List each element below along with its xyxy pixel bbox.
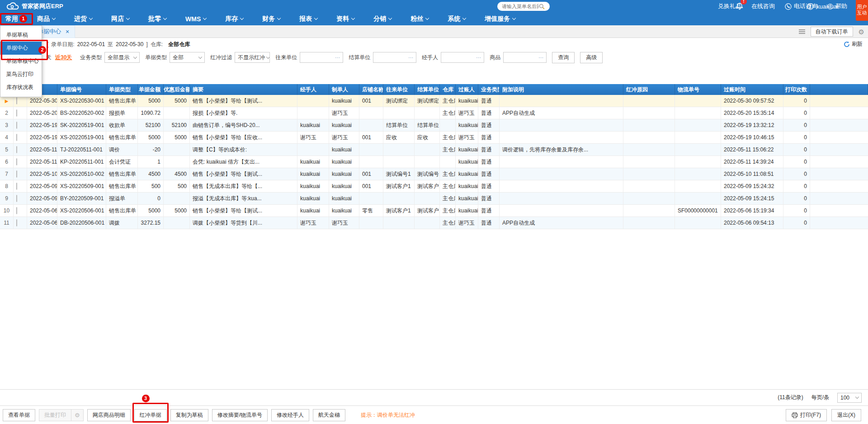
menu-item-3[interactable]: 进货	[70, 13, 97, 25]
table-cell	[623, 119, 675, 131]
toolbar-button-8[interactable]: 航天金穗	[313, 409, 345, 421]
filter-lookup-input-1[interactable]: ⋯	[300, 52, 343, 63]
menu-item-14[interactable]: 增值服务	[480, 13, 520, 25]
table-row[interactable]: 52022-05-11TJ-20220511-001调价-20调整【C】等的成本…	[0, 144, 868, 156]
user-area[interactable]: kuaikuai	[807, 0, 838, 13]
table-row[interactable]: 32022-05-19SK-20220519-001收款单5210052100由…	[0, 119, 868, 132]
ellipsis-picker-icon[interactable]: ⋯	[538, 55, 544, 60]
menu-item-9[interactable]: 报表	[295, 13, 322, 25]
row-checkbox[interactable]	[16, 97, 17, 104]
dropdown-item-4[interactable]: 菜鸟云打印	[0, 68, 42, 81]
toolbar-button-4[interactable]: 红冲单据3	[134, 409, 167, 421]
toolbar-button-3[interactable]: 网店商品明细	[87, 409, 131, 421]
exit-button[interactable]: 退出(X)	[831, 409, 861, 421]
filter-select-3[interactable]: 不显示红冲	[235, 52, 270, 63]
date-from-value[interactable]: 2022-05-01	[77, 41, 105, 47]
toolbar-button-2[interactable]: 批量打印	[39, 409, 71, 421]
ellipsis-picker-icon[interactable]: ⋯	[408, 55, 414, 60]
row-checkbox[interactable]	[16, 207, 17, 214]
topbar-link-2[interactable]: 在线咨询	[751, 2, 775, 10]
ellipsis-picker-icon[interactable]: ⋯	[335, 55, 340, 60]
table-row[interactable]: 92022-05-09BY-20220509-001报溢单0报溢【无成本出库】等…	[0, 193, 868, 205]
menu-item-6[interactable]: WMS	[181, 13, 211, 25]
dropdown-item-3[interactable]: 单据审核中心	[0, 55, 42, 68]
filler-cell	[810, 180, 868, 192]
table-row[interactable]: 102022-05-06XS-20220506-001销售出库单50005000…	[0, 205, 868, 217]
table-cell	[164, 217, 190, 229]
menu-item-label: 资料	[336, 15, 349, 23]
menu-item-7[interactable]: 库存	[221, 13, 248, 25]
row-checkbox[interactable]	[16, 146, 17, 153]
table-cell	[675, 168, 721, 180]
dropdown-item-1[interactable]: 单据草稿	[0, 28, 42, 42]
table-row[interactable]: 82022-05-09XS-20220509-001销售出库单500500销售【…	[0, 180, 868, 193]
print-button[interactable]: 打印(F7)	[786, 409, 827, 421]
table-cell	[383, 217, 415, 229]
entry-date-label: 录单日期:	[51, 41, 74, 48]
tab-list-icon[interactable]	[799, 31, 805, 32]
advanced-button[interactable]: 高级	[580, 52, 603, 63]
ellipsis-picker-icon[interactable]: ⋯	[476, 55, 481, 60]
dropdown-item-2[interactable]: 单据中心2	[0, 42, 42, 55]
menu-item-8[interactable]: 财务	[258, 13, 285, 25]
table-cell	[623, 156, 675, 168]
table-row[interactable]: 72022-05-10XS-20220510-002销售出库单45004500销…	[0, 168, 868, 180]
date-to-label: 至	[108, 41, 113, 48]
tab-settings-gear-icon[interactable]: ⚙	[859, 28, 864, 35]
menu-item-13[interactable]: 系统	[443, 13, 470, 25]
table-row[interactable]: 112022-05-06DB-20220506-001调拨3272.15调拨【小…	[0, 217, 868, 229]
table-row[interactable]: ▶2022-05-30XS-20220530-001销售出库单50005000销…	[0, 95, 868, 107]
menu-item-10[interactable]: 资料	[332, 13, 359, 25]
search-input[interactable]	[502, 4, 539, 9]
toolbar-button-5[interactable]: 复制为草稿	[170, 409, 208, 421]
row-checkbox[interactable]	[16, 195, 17, 202]
table-cell: kuaikuai	[456, 144, 478, 155]
table-cell: 测试客户1	[415, 205, 440, 217]
table-cell	[675, 132, 721, 143]
filter-select-1[interactable]: 全部显示	[104, 52, 140, 63]
table-cell: 2022-05-19 10:46:15	[721, 132, 783, 143]
checkbox-cell	[14, 205, 27, 217]
user-interaction-tab[interactable]: 用户 互动	[856, 0, 868, 21]
filter-lookup-input-4[interactable]: ⋯	[503, 52, 547, 63]
menu-item-5[interactable]: 批零	[144, 13, 171, 25]
row-checkbox[interactable]	[16, 183, 17, 190]
filter-lookup-input-3[interactable]: ⋯	[441, 52, 484, 63]
batch-print-gear-icon[interactable]: ⚙	[71, 409, 84, 421]
menu-item-2[interactable]: 商品	[33, 13, 60, 25]
row-checkbox[interactable]	[16, 122, 17, 129]
quick-range-last30-link[interactable]: 近30天	[55, 54, 72, 61]
auto-download-orders-button[interactable]: 自动下载订单	[811, 27, 853, 37]
quick-range-partial[interactable]: 天	[46, 54, 52, 61]
warehouse-value[interactable]: 全部仓库	[168, 41, 190, 48]
toolbar-button-1[interactable]: 查看单据	[3, 409, 35, 421]
table-cell: 2022-05-06 15:19:34	[721, 205, 783, 217]
menu-item-12[interactable]: 粉丝	[406, 13, 433, 25]
table-row[interactable]: 42022-05-19XS-20220519-001销售出库单50005000销…	[0, 132, 868, 144]
dropdown-item-5[interactable]: 库存状况表	[0, 81, 42, 94]
filter-lookup-input-2[interactable]: ⋯	[373, 52, 416, 63]
per-page-select[interactable]: 100	[837, 393, 862, 403]
table-row[interactable]: 22022-05-20BS-20220520-002报损单1090.72报损【小…	[0, 107, 868, 119]
menu-item-11[interactable]: 分销	[369, 13, 396, 25]
menu-search-box[interactable]	[497, 2, 550, 11]
toolbar-button-6[interactable]: 修改摘要/物流单号	[212, 409, 268, 421]
tab-close-icon[interactable]: ×	[66, 28, 69, 35]
menu-item-1[interactable]: 常用1	[1, 13, 23, 25]
query-button[interactable]: 查询	[552, 52, 575, 63]
row-checkbox[interactable]	[16, 219, 17, 226]
refresh-button[interactable]: 刷新	[844, 40, 863, 48]
row-checkbox[interactable]	[16, 134, 17, 141]
notification-bell-icon[interactable]: !	[736, 2, 743, 10]
menu-item-4[interactable]: 网店	[107, 13, 134, 25]
table-cell: 2022-05-09	[27, 180, 57, 192]
row-checkbox[interactable]	[16, 158, 17, 165]
search-icon[interactable]	[539, 4, 545, 9]
row-checkbox[interactable]	[16, 109, 17, 117]
date-to-value[interactable]: 2022-05-30	[116, 41, 143, 47]
row-checkbox[interactable]	[16, 170, 17, 178]
filter-select-2[interactable]: 全部	[170, 52, 205, 63]
table-row[interactable]: 62022-05-11KP-20220511-001会计凭证1会凭: kuaik…	[0, 156, 868, 168]
toolbar-button-7[interactable]: 修改经手人	[271, 409, 309, 421]
table-cell: 001	[359, 180, 383, 192]
